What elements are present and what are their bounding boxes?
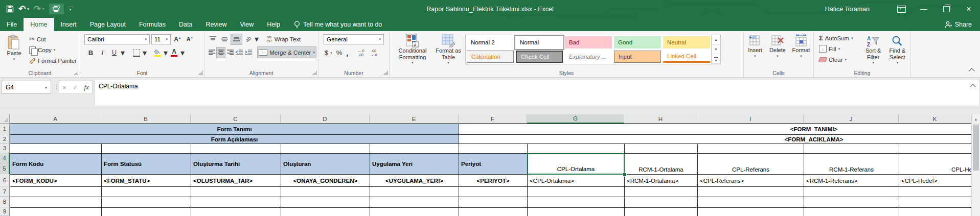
fill-button[interactable]: ↓Fill▾ (818, 43, 861, 54)
cell-I6[interactable]: <CPL-Referans> (697, 174, 804, 187)
selection-fill-handle[interactable] (623, 173, 627, 177)
cell-style-normal[interactable]: Normal (516, 36, 563, 49)
row-header-3[interactable]: 3 (0, 143, 10, 153)
font-dialog-launcher[interactable] (198, 71, 202, 75)
fill-color-button[interactable] (152, 47, 163, 58)
cell-C8[interactable] (191, 197, 281, 208)
minimize-button[interactable]: — (913, 0, 935, 18)
cell-B8[interactable] (101, 197, 191, 208)
col-header-A[interactable]: A (10, 114, 101, 124)
cell-F4[interactable]: Periyot (459, 153, 528, 175)
save-icon[interactable] (6, 5, 14, 13)
cell-E9[interactable] (370, 207, 459, 216)
shrink-font-button[interactable]: A▼ (185, 34, 195, 44)
cell-H8[interactable] (624, 197, 698, 208)
vertical-scrollbar[interactable]: ▲ (971, 114, 980, 216)
gallery-more-button[interactable]: ▬▼ (712, 54, 720, 64)
cell-D3[interactable] (281, 143, 370, 154)
row-header-7[interactable]: 7 (0, 186, 10, 197)
font-color-button[interactable]: A (169, 47, 179, 58)
align-left-button[interactable] (208, 47, 216, 58)
cell-F3[interactable] (459, 143, 528, 154)
collapse-ribbon-button[interactable] (969, 68, 974, 74)
undo-button[interactable]: ↶▾ (18, 5, 29, 13)
close-button[interactable]: × (958, 0, 980, 18)
name-box-dropdown-icon[interactable]: ▾ (45, 85, 47, 90)
format-painter-button[interactable]: Format Painter (28, 55, 78, 66)
cell-D6[interactable]: <ONAYA_GONDEREN> (281, 174, 370, 187)
decrease-indent-button[interactable] (235, 47, 243, 58)
tab-file[interactable]: File (0, 18, 24, 31)
tab-formulas[interactable]: Formulas (132, 18, 172, 31)
cell-C9[interactable] (191, 207, 281, 216)
cell-style-check-cell[interactable]: Check Cell (516, 51, 563, 63)
scroll-up-icon[interactable]: ▲ (972, 114, 980, 124)
cell-I4[interactable]: CPL-Referans (697, 153, 804, 175)
cell-A3[interactable] (10, 143, 102, 154)
cell-style-normal-2[interactable]: Normal 2 (467, 36, 514, 49)
sort-filter-button[interactable]: AZ Sort & Filter▾ (861, 33, 885, 65)
conditional-formatting-button[interactable]: ≠ Conditional Formatting▾ (394, 31, 431, 65)
orientation-button[interactable]: ab (243, 34, 254, 44)
cell-J9[interactable] (804, 207, 899, 216)
cell-G8[interactable] (527, 197, 625, 208)
cell-style-explanatory[interactable]: Explanatory ... (565, 51, 612, 63)
cell-D4[interactable]: Oluşturan (281, 153, 370, 175)
decrease-decimal-button[interactable]: .00→.0 (368, 48, 379, 58)
qat-customize-button[interactable]: ▾ (69, 7, 73, 11)
print-preview-icon[interactable] (49, 4, 64, 14)
cell-B3[interactable] (101, 143, 191, 154)
row-header-5[interactable]: 5 (0, 163, 10, 174)
cell-A6[interactable]: <FORM_KODU> (10, 174, 102, 187)
merge-center-button[interactable]: ↔Merge & Center▾ (258, 47, 316, 58)
tab-view[interactable]: View (233, 18, 260, 31)
col-header-B[interactable]: B (101, 114, 191, 124)
col-header-D[interactable]: D (281, 114, 370, 124)
cell-D8[interactable] (281, 197, 370, 208)
tab-insert[interactable]: Insert (54, 18, 83, 31)
cell-style-neutral[interactable]: Neutral (663, 36, 710, 49)
tab-data[interactable]: Data (172, 18, 199, 31)
cell-A8[interactable] (10, 197, 102, 208)
col-header-E[interactable]: E (370, 114, 459, 124)
italic-button[interactable]: I (97, 47, 108, 58)
cell-K9[interactable] (899, 207, 972, 216)
col-header-F[interactable]: F (459, 114, 527, 124)
increase-decimal-button[interactable]: ←.0.00 (355, 48, 366, 58)
insert-function-icon[interactable]: fx (84, 83, 88, 91)
font-size-combo[interactable]: 11▾ (151, 34, 171, 44)
cell-K7[interactable] (899, 186, 972, 197)
col-header-K[interactable]: K (899, 114, 971, 124)
cell-A7[interactable] (10, 186, 102, 197)
cell-style-bad[interactable]: Bad (565, 36, 612, 49)
col-header-H[interactable]: H (624, 114, 697, 124)
row-header-2[interactable]: 2 (0, 134, 10, 143)
cell-H9[interactable] (624, 207, 698, 216)
gallery-scroll-down[interactable]: ▼ (712, 45, 720, 55)
tab-home[interactable]: Home (24, 18, 54, 31)
cell-H4[interactable]: RCM-1-Ortalama (624, 153, 698, 175)
top-align-button[interactable] (208, 34, 218, 44)
cancel-icon[interactable]: × (62, 84, 66, 91)
cell-F6[interactable]: <PERIYOT> (459, 174, 528, 187)
name-box[interactable]: G4▾ (2, 81, 51, 94)
middle-align-button[interactable] (219, 34, 230, 44)
col-header-C[interactable]: C (191, 114, 281, 124)
borders-dropdown[interactable]: ▾ (143, 48, 147, 58)
cell-E8[interactable] (370, 197, 459, 208)
align-right-button[interactable] (226, 47, 234, 58)
fill-color-dropdown[interactable]: ▾ (164, 48, 168, 58)
cell-G9[interactable] (527, 207, 625, 216)
cell-A4[interactable]: Form Kodu (10, 153, 102, 175)
cell-J4[interactable]: RCM-1-Referans (804, 153, 899, 175)
enter-icon[interactable]: ✓ (73, 84, 78, 91)
format-cells-button[interactable]: Format▾ (790, 31, 812, 58)
cut-button[interactable]: ✂Cut (28, 34, 78, 44)
cell-G6[interactable]: <CPL-Ortalama> (527, 174, 625, 187)
cell-E4[interactable]: Uygulama Yeri (370, 153, 459, 175)
cell-J7[interactable] (804, 186, 899, 197)
underline-dropdown[interactable]: ▾ (121, 48, 125, 58)
row-header-6[interactable]: 6 (0, 174, 10, 186)
tab-page-layout[interactable]: Page Layout (83, 18, 132, 31)
cell-style-good[interactable]: Good (614, 36, 661, 49)
